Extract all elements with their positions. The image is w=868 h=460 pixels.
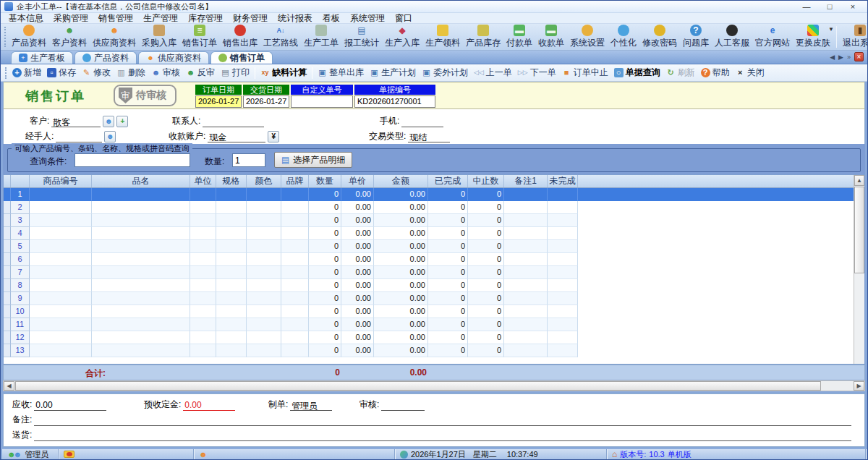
cell-price[interactable]: 0.00: [341, 266, 374, 279]
cell-spec[interactable]: [216, 188, 247, 201]
cell-num[interactable]: 7: [11, 266, 30, 279]
handler-field[interactable]: [56, 132, 102, 142]
cell-price[interactable]: 0.00: [341, 201, 374, 214]
cell-qty[interactable]: 0: [309, 318, 341, 331]
cell-stopped[interactable]: 0: [468, 240, 504, 253]
cell-done[interactable]: 0: [428, 253, 468, 266]
toolbar-product-info[interactable]: 产品资料: [9, 24, 49, 50]
table-row[interactable]: 1000.000.0000: [4, 305, 864, 318]
cell-num[interactable]: 13: [11, 344, 30, 357]
cell-undone[interactable]: [548, 331, 578, 344]
tab-production-board[interactable]: +生产看板: [11, 51, 73, 64]
cell-undone[interactable]: [548, 266, 578, 279]
menu-item[interactable]: 采购管理: [48, 12, 93, 25]
cell-done[interactable]: 0: [428, 292, 468, 305]
cell-remark1[interactable]: [504, 292, 548, 305]
action-print-button[interactable]: ▤打印: [218, 67, 252, 79]
cell-color[interactable]: [247, 240, 281, 253]
cell-qty[interactable]: 0: [309, 292, 341, 305]
cell-spec[interactable]: [216, 292, 247, 305]
cell-done[interactable]: 0: [428, 214, 468, 227]
cell-amount[interactable]: 0.00: [374, 318, 428, 331]
cell-num[interactable]: 4: [11, 227, 30, 240]
action-save-button[interactable]: ▫保存: [44, 67, 79, 79]
cell-brand[interactable]: [281, 344, 309, 357]
receivable-field[interactable]: 0.00: [34, 400, 106, 411]
cell-code[interactable]: [30, 253, 92, 266]
cell-qty[interactable]: 0: [309, 227, 341, 240]
cell-remark1[interactable]: [504, 227, 548, 240]
cell-price[interactable]: 0.00: [341, 188, 374, 201]
cell-stopped[interactable]: 0: [468, 188, 504, 201]
cell-color[interactable]: [247, 201, 281, 214]
cell-spec[interactable]: [216, 331, 247, 344]
cell-undone[interactable]: [548, 188, 578, 201]
cell-spec[interactable]: [216, 344, 247, 357]
cell-stopped[interactable]: 0: [468, 266, 504, 279]
horizontal-scroll-thumb[interactable]: [15, 381, 821, 391]
cell-color[interactable]: [247, 292, 281, 305]
cell-name[interactable]: [92, 331, 190, 344]
cell-remark1[interactable]: [504, 344, 548, 357]
cell-undone[interactable]: [548, 240, 578, 253]
cell-stopped[interactable]: 0: [468, 344, 504, 357]
toolbar-purchase-in[interactable]: 采购入库: [139, 24, 179, 50]
cell-qty[interactable]: 0: [309, 344, 341, 357]
action-delete-button[interactable]: ▥删除: [114, 67, 148, 79]
cell-color[interactable]: [247, 188, 281, 201]
grid-col-qty[interactable]: 数量: [309, 175, 341, 187]
cell-qty[interactable]: 0: [309, 305, 341, 318]
cell-unit[interactable]: [190, 279, 216, 292]
cell-name[interactable]: [92, 253, 190, 266]
cell-brand[interactable]: [281, 305, 309, 318]
cell-ind[interactable]: [4, 253, 11, 266]
cell-code[interactable]: [30, 214, 92, 227]
cell-brand[interactable]: [281, 292, 309, 305]
action-doc-query-button[interactable]: ○单据查询: [611, 67, 663, 79]
cell-name[interactable]: [92, 227, 190, 240]
cell-remark1[interactable]: [504, 331, 548, 344]
cell-unit[interactable]: [190, 214, 216, 227]
cell-done[interactable]: 0: [428, 266, 468, 279]
toolbar-official-website[interactable]: e官方网站: [752, 24, 793, 50]
cell-amount[interactable]: 0.00: [374, 344, 428, 357]
action-outsource-plan-button[interactable]: ▣委外计划: [419, 67, 471, 79]
cell-price[interactable]: 0.00: [341, 344, 374, 357]
toolbar-change-skin[interactable]: ▼更换皮肤: [793, 24, 833, 50]
cell-spec[interactable]: [216, 279, 247, 292]
query-qty-input[interactable]: [232, 153, 265, 167]
cell-ind[interactable]: [4, 188, 11, 201]
phone-field[interactable]: [401, 116, 443, 127]
grid-col-remark1[interactable]: 备注1: [504, 175, 548, 187]
tab-supplier-info[interactable]: ☻供应商资料: [138, 51, 209, 64]
cell-num[interactable]: 2: [11, 201, 30, 214]
grid-col-amount[interactable]: 金额: [374, 175, 428, 187]
cell-stopped[interactable]: 0: [468, 214, 504, 227]
tab-sales-order[interactable]: 销售订单: [210, 51, 273, 64]
cell-code[interactable]: [30, 292, 92, 305]
cell-price[interactable]: 0.00: [341, 292, 374, 305]
cell-name[interactable]: [92, 305, 190, 318]
cell-done[interactable]: 0: [428, 331, 468, 344]
cell-stopped[interactable]: 0: [468, 331, 504, 344]
doc-field-value[interactable]: 2026-01-27: [243, 95, 289, 108]
cell-color[interactable]: [247, 227, 281, 240]
menu-item[interactable]: 库存管理: [183, 12, 228, 25]
cell-name[interactable]: [92, 318, 190, 331]
cell-brand[interactable]: [281, 318, 309, 331]
cell-stopped[interactable]: 0: [468, 201, 504, 214]
cell-unit[interactable]: [190, 253, 216, 266]
cell-color[interactable]: [247, 253, 281, 266]
grid-col-stopped[interactable]: 中止数: [468, 175, 504, 187]
cell-brand[interactable]: [281, 331, 309, 344]
action-modify-button[interactable]: ✎修改: [79, 67, 114, 79]
delivery-field[interactable]: [34, 430, 851, 441]
toolbar-personalization[interactable]: 个性化: [608, 24, 639, 50]
cell-price[interactable]: 0.00: [341, 279, 374, 292]
cell-brand[interactable]: [281, 266, 309, 279]
cell-ind[interactable]: [4, 318, 11, 331]
action-production-plan-button[interactable]: ▣生产计划: [367, 67, 419, 79]
toolbar-production-order[interactable]: 生产工单: [301, 24, 341, 50]
cell-unit[interactable]: [190, 266, 216, 279]
handler-picker-button[interactable]: ☻: [104, 131, 116, 142]
